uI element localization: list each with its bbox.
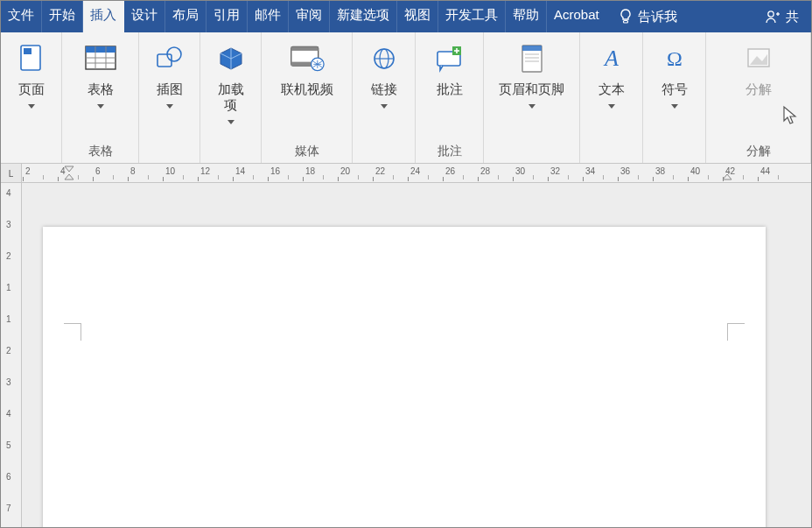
omega-icon: Ω [657,41,692,76]
tell-me[interactable]: 告诉我 [606,1,690,32]
table-icon [83,41,118,76]
ruler-h-tick: 40 [690,166,700,176]
workarea: 43211234567 [1,183,811,528]
decompose-label: 分解 [746,81,772,96]
ruler-h-tick: 8 [130,166,136,176]
tab-references[interactable]: 引用 [206,1,248,32]
ruler-v-tick: 4 [6,409,11,419]
ruler-v-tick: 4 [6,188,11,198]
tab-file[interactable]: 文件 [1,1,42,32]
svg-text:Ω: Ω [667,47,682,70]
svg-marker-35 [65,174,74,180]
picture-icon [741,41,776,76]
tab-home[interactable]: 开始 [42,1,83,32]
links-button[interactable]: 链接 [358,39,410,115]
ruler-v-tick: 7 [6,503,11,513]
pages-label: 页面 [18,81,45,96]
group-label-decompose: 分解 [746,140,771,159]
addins-label: 加载项 [218,81,244,112]
group-tables: 表格 表格 [62,32,139,163]
ruler-h-tick: 28 [480,166,490,176]
ruler-h-tick: 10 [165,166,175,176]
ruler-h-tick: 32 [550,166,560,176]
group-media: 联机视频 媒体 [262,32,353,163]
text-button[interactable]: A 文本 [585,39,638,115]
tab-mailings[interactable]: 邮件 [248,1,289,32]
link-icon [367,41,402,76]
ruler-v-tick: 2 [6,346,11,356]
tab-design[interactable]: 设计 [124,1,165,32]
svg-point-1 [768,11,774,17]
ruler-h-tick: 12 [200,166,210,176]
ruler-h-tick: 30 [515,166,525,176]
chevron-down-icon [381,104,388,109]
online-video-icon [290,41,325,76]
cursor-icon [782,105,800,130]
svg-rect-0 [623,21,627,24]
group-label-comments: 批注 [438,140,462,159]
group-addins: 加载项 [200,32,262,163]
ruler-h-tick: 22 [375,166,385,176]
comment-button[interactable]: 批注 [424,39,476,99]
tab-developer[interactable]: 开发工具 [438,1,506,32]
group-symbols: Ω 符号 [643,32,706,163]
addins-button[interactable]: 加载项 [205,39,257,130]
ruler-v-tick: 3 [6,220,11,229]
links-label: 链接 [371,81,397,96]
document-area[interactable] [22,183,811,528]
tab-review[interactable]: 审阅 [289,1,330,32]
tab-acrobat[interactable]: Acrobat [547,1,606,32]
text-icon: A [594,41,629,76]
chevron-down-icon [166,104,173,109]
group-headerfooter: 页眉和页脚 [484,32,580,163]
tab-view[interactable]: 视图 [397,1,438,32]
ruler-v-tick: 2 [6,251,11,261]
tab-layout[interactable]: 布局 [165,1,206,32]
ruler-horizontal[interactable]: L 24681012141618202224262830323436384042… [1,164,811,183]
ruler-v-tick: 3 [6,377,11,387]
illustrations-label: 插图 [157,81,183,96]
online-video-button[interactable]: 联机视频 [272,39,342,99]
cube-icon [214,41,248,76]
ruler-h-tick: 16 [270,166,280,176]
ruler-vertical[interactable]: 43211234567 [1,183,22,528]
ruler-h-tick: 20 [340,166,350,176]
group-text: A 文本 [580,32,643,163]
symbols-label: 符号 [662,81,688,96]
chevron-down-icon [528,104,536,109]
tab-insert[interactable]: 插入 [83,1,124,32]
ribbon: 页面 表格 表格 插图 加载项 [1,32,811,164]
table-button[interactable]: 表格 [74,39,127,115]
ruler-h-tick: 4 [60,166,66,176]
group-pages: 页面 [1,32,62,163]
ruler-h-tick: 14 [235,166,245,176]
shapes-icon [152,41,187,76]
chevron-down-icon [608,104,615,109]
illustrations-button[interactable]: 插图 [144,39,196,115]
decompose-button[interactable]: 分解 [732,39,785,99]
tell-me-label: 告诉我 [638,9,677,25]
svg-rect-15 [290,46,318,51]
group-illustrations: 插图 [139,32,200,163]
ruler-h-tick: 6 [95,166,101,176]
pages-button[interactable]: 页面 [5,39,58,115]
symbols-button[interactable]: Ω 符号 [648,39,701,115]
ruler-corner[interactable]: L [1,164,22,183]
comment-icon [432,41,467,76]
header-footer-button[interactable]: 页眉和页脚 [490,39,573,115]
share-icon [765,9,780,25]
ruler-h-tick: 34 [585,166,595,176]
page[interactable] [43,227,766,528]
header-footer-label: 页眉和页脚 [499,81,564,96]
header-footer-icon [514,41,550,76]
ruler-h-tick: 36 [620,166,630,176]
lightbulb-icon [619,9,633,25]
tab-newoption[interactable]: 新建选项 [330,1,397,32]
ruler-h-tick: 38 [655,166,665,176]
ruler-v-tick: 5 [6,440,11,450]
share-button[interactable]: 共 [752,1,811,32]
ruler-h-tick: 44 [760,166,770,176]
tab-help[interactable]: 帮助 [506,1,547,32]
ruler-v-tick: 1 [6,314,11,324]
tab-bar: 文件 开始 插入 设计 布局 引用 邮件 审阅 新建选项 视图 开发工具 帮助 … [1,1,811,32]
